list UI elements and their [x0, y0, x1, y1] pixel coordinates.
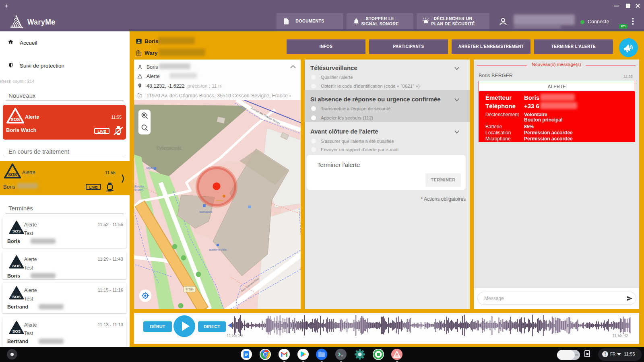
svg-text:SOS: SOS [12, 263, 21, 268]
svg-text:lib-serv): lib-serv) [134, 188, 143, 191]
svg-text:SOS: SOS [12, 329, 21, 333]
svg-text:Cybersécurité: Cybersécurité [157, 146, 182, 150]
svg-text:SOS: SOS [12, 294, 21, 299]
svg-text:E 286: E 286 [186, 288, 194, 291]
svg-text:académie d'été: académie d'été [209, 248, 227, 251]
svg-text:(Eurotha: (Eurotha [134, 185, 144, 188]
svg-text:SOS: SOS [394, 355, 399, 357]
svg-text:SOS: SOS [12, 229, 21, 233]
svg-text:accinapolis: accinapolis [199, 210, 213, 214]
